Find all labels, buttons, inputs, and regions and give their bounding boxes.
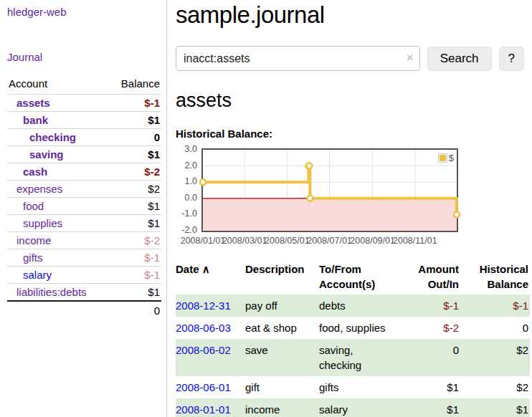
account-balance: $-1 xyxy=(108,267,161,284)
account-balance: $1 xyxy=(108,198,161,215)
account-row: gifts$-1 xyxy=(7,249,161,267)
search-box: × xyxy=(176,46,420,71)
transaction-date-link[interactable]: 2008-12-31 xyxy=(176,299,231,312)
x-axis-label: 2008/09/01 xyxy=(350,236,395,246)
transaction-balance: $-1 xyxy=(460,294,530,317)
account-link[interactable]: saving xyxy=(29,148,64,160)
account-row: saving$1 xyxy=(7,146,161,163)
account-link[interactable]: assets xyxy=(16,97,50,109)
transaction-description: pay off xyxy=(245,294,319,317)
data-point-marker xyxy=(454,211,460,217)
account-link[interactable]: checking xyxy=(29,131,76,143)
chart-legend: $ xyxy=(437,152,455,164)
accounts-total-row: 0 xyxy=(7,301,161,320)
account-row: salary$-1 xyxy=(7,267,161,284)
account-link[interactable]: bank xyxy=(23,114,48,126)
transactions-table: Date ∧ Description To/From Account(s) Am… xyxy=(176,260,530,417)
data-point-marker xyxy=(306,163,312,169)
col-amount: Amount Out/In xyxy=(409,260,460,294)
transaction-description: income xyxy=(245,398,319,417)
account-row: bank$1 xyxy=(7,112,161,129)
transaction-amount: $1 xyxy=(409,398,460,417)
col-date[interactable]: Date ∧ xyxy=(176,260,245,294)
transaction-row: 2008-01-01incomesalary$1$1 xyxy=(176,398,530,417)
account-row: food$1 xyxy=(7,198,161,215)
transaction-date-link[interactable]: 2008-01-01 xyxy=(176,403,231,416)
app-window: hledger-web Journal Account Balance asse… xyxy=(0,0,532,417)
col-balance: Historical Balance xyxy=(460,260,530,294)
account-balance: $-1 xyxy=(108,95,161,112)
accounts-col-balance: Balance xyxy=(108,75,161,95)
y-axis-label: 2.0 xyxy=(176,160,197,171)
data-point-marker xyxy=(200,179,206,185)
sort-ascending-icon: ∧ xyxy=(202,263,210,275)
account-balance: $-2 xyxy=(108,163,161,181)
col-accounts: To/From Account(s) xyxy=(319,260,409,294)
account-link[interactable]: food xyxy=(23,200,44,212)
x-axis-label: 2008/07/01 xyxy=(307,236,352,246)
account-link[interactable]: cash xyxy=(23,166,47,178)
account-balance: $-1 xyxy=(108,249,161,267)
transaction-amount: $1 xyxy=(409,376,460,398)
transaction-date-link[interactable]: 2008-06-01 xyxy=(176,381,231,393)
transaction-accounts: food, supplies xyxy=(319,317,409,339)
page-title: sample.journal xyxy=(176,1,524,29)
y-axis-label: 0.0 xyxy=(176,193,197,203)
y-axis-label: 1.0 xyxy=(176,176,197,186)
transaction-row: 2008-06-03eat & shopfood, supplies$-20 xyxy=(176,317,530,339)
chart-title: Historical Balance: xyxy=(176,128,524,140)
search-input[interactable] xyxy=(176,46,420,71)
help-button[interactable]: ? xyxy=(499,47,524,71)
account-row: income$-2 xyxy=(7,232,161,249)
account-link[interactable]: expenses xyxy=(16,183,62,195)
transaction-amount: $-2 xyxy=(409,317,460,339)
brand: hledger-web xyxy=(7,6,161,18)
transaction-balance: $1 xyxy=(460,398,530,417)
sidebar: hledger-web Journal Account Balance asse… xyxy=(0,0,167,417)
transaction-amount: $-1 xyxy=(409,294,460,317)
transaction-accounts: gifts xyxy=(319,376,409,398)
transaction-row: 2008-06-01giftgifts$1$2 xyxy=(176,376,530,398)
accounts-total-value: 0 xyxy=(108,301,161,320)
account-link[interactable]: salary xyxy=(23,269,52,281)
col-description: Description xyxy=(245,260,319,294)
transaction-balance: 0 xyxy=(460,317,530,339)
transaction-accounts: debts xyxy=(319,294,409,317)
brand-link[interactable]: hledger-web xyxy=(7,6,67,18)
accounts-header-row: Account Balance xyxy=(7,75,161,95)
account-balance: $1 xyxy=(108,215,161,232)
x-axis-label: 2008/03/01 xyxy=(222,236,267,246)
y-axis-label: 3.0 xyxy=(176,144,197,154)
transaction-date-link[interactable]: 2008-06-03 xyxy=(176,322,231,334)
account-link[interactable]: liabilities:debts xyxy=(16,286,87,298)
accounts-table: Account Balance assets$-1bank$1checking0… xyxy=(7,75,161,320)
account-balance: $2 xyxy=(108,181,161,198)
accounts-col-account: Account xyxy=(7,75,108,95)
account-link[interactable]: supplies xyxy=(23,217,62,229)
transactions-header-row: Date ∧ Description To/From Account(s) Am… xyxy=(176,260,530,294)
search-form: × Search ? xyxy=(176,46,524,71)
transaction-date-link[interactable]: 2008-06-02 xyxy=(176,344,231,356)
transaction-description: save xyxy=(245,339,319,376)
account-link[interactable]: gifts xyxy=(23,251,43,264)
account-row: expenses$2 xyxy=(7,181,161,198)
sidebar-nav: Journal xyxy=(7,51,161,63)
x-axis-label: 2008/05/01 xyxy=(265,236,310,246)
main-content: sample.journal × Search ? assets Histori… xyxy=(167,0,524,417)
chart-plot-area[interactable]: $ xyxy=(201,148,458,232)
account-balance: $1 xyxy=(108,112,161,129)
clear-search-icon[interactable]: × xyxy=(407,51,414,65)
legend-swatch-icon xyxy=(438,153,447,163)
legend-label: $ xyxy=(449,153,454,163)
data-point-marker xyxy=(307,196,313,201)
account-row: supplies$1 xyxy=(7,215,161,232)
search-button[interactable]: Search xyxy=(427,47,492,71)
sidebar-item-journal[interactable]: Journal xyxy=(7,51,42,63)
y-axis-label: -2.0 xyxy=(176,225,197,235)
transaction-description: eat & shop xyxy=(245,317,319,339)
account-balance: $1 xyxy=(108,284,161,302)
account-balance: $-2 xyxy=(108,232,161,249)
account-row: checking0 xyxy=(7,129,161,146)
transaction-description: gift xyxy=(245,376,319,398)
account-link[interactable]: income xyxy=(16,234,51,246)
